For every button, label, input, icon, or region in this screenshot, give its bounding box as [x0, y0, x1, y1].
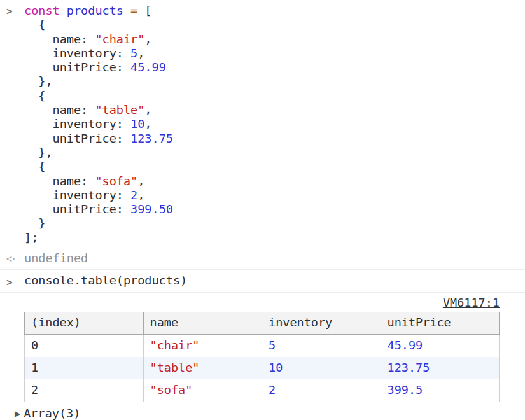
table-cell: 2	[25, 379, 144, 402]
code-token: inventory:	[24, 46, 130, 60]
table-header-cell[interactable]: (index)	[25, 312, 144, 334]
code-token: =	[130, 4, 137, 17]
return-value-arrow-icon: <·	[6, 252, 15, 266]
console-result-table: VM6117:1 (index)nameinventoryunitPrice 0…	[0, 292, 525, 420]
console-command-table: > console.table(products)	[0, 269, 525, 291]
code-token: products	[67, 4, 123, 17]
code-token: inventory:	[24, 117, 130, 130]
code-token: {	[24, 160, 45, 173]
code-line: unitPrice: 123.75	[24, 132, 500, 146]
code-token: 399.50	[130, 202, 173, 216]
table-header-cell[interactable]: unitPrice	[381, 312, 500, 334]
code-line: name: "table",	[24, 103, 500, 117]
console-table: (index)nameinventoryunitPrice 0"chair"54…	[24, 312, 500, 402]
code-token: 123.75	[130, 132, 173, 145]
code-line: {	[24, 18, 500, 32]
code-token: "chair"	[95, 32, 144, 46]
table-header-cell[interactable]: name	[143, 312, 262, 334]
array-expander[interactable]: ▶Array(3)	[15, 407, 500, 420]
code-token: console.table(products)	[24, 274, 187, 287]
code-token: ,	[137, 188, 144, 202]
code-token: "sofa"	[95, 174, 137, 188]
code-token: unitPrice:	[24, 60, 130, 74]
table-cell: 5	[262, 334, 381, 357]
code-token: ,	[144, 32, 151, 46]
table-cell: 1	[25, 357, 144, 379]
table-cell: "chair"	[143, 334, 262, 357]
console-command-products: > const products = [ { name: "chair", in…	[0, 0, 525, 248]
code-token: [	[137, 4, 151, 17]
disclosure-triangle-icon: ▶	[15, 407, 20, 420]
code-token: name:	[24, 32, 95, 46]
source-link-row: VM6117:1	[24, 296, 500, 310]
table-cell: 2	[262, 379, 381, 402]
table-cell: "sofa"	[143, 379, 262, 402]
code-token: 5	[130, 46, 137, 60]
prompt-chevron-icon: >	[6, 4, 12, 18]
command-code-products: const products = [ { name: "chair", inve…	[24, 4, 500, 245]
code-line: {	[24, 160, 500, 174]
table-cell: "table"	[143, 357, 262, 379]
code-line: }	[24, 216, 500, 230]
source-link[interactable]: VM6117:1	[443, 296, 500, 309]
table-body: 0"chair"545.991"table"10123.752"sofa"239…	[25, 334, 500, 402]
console-panel: > const products = [ { name: "chair", in…	[0, 0, 525, 420]
undefined-value: undefined	[24, 251, 500, 265]
code-token: name:	[24, 174, 95, 188]
code-token: },	[24, 74, 53, 88]
code-line: ];	[24, 231, 500, 245]
code-token: ,	[137, 174, 144, 188]
table-header-row: (index)nameinventoryunitPrice	[25, 312, 500, 334]
code-token: name:	[24, 103, 95, 116]
code-token: },	[24, 146, 53, 159]
table-header-cell[interactable]: inventory	[262, 312, 381, 334]
code-token: {	[24, 18, 45, 31]
code-token: const	[24, 4, 67, 17]
code-token: 45.99	[130, 60, 166, 74]
code-line: name: "chair",	[24, 32, 500, 46]
table-cell: 399.5	[381, 379, 500, 402]
code-token: ,	[144, 103, 151, 116]
code-line: inventory: 5,	[24, 46, 500, 60]
code-token: ,	[144, 117, 151, 130]
code-line: inventory: 2,	[24, 188, 500, 202]
code-token: ];	[24, 231, 38, 244]
code-token	[123, 4, 130, 17]
code-line: },	[24, 74, 500, 88]
code-line: inventory: 10,	[24, 117, 500, 131]
code-line: {	[24, 89, 500, 103]
code-token: unitPrice:	[24, 202, 130, 216]
code-token: ,	[137, 46, 144, 60]
code-line: unitPrice: 45.99	[24, 60, 500, 74]
table-cell: 123.75	[381, 357, 500, 379]
code-token: {	[24, 89, 45, 102]
code-line: },	[24, 146, 500, 160]
code-token: 10	[130, 117, 144, 130]
table-cell: 45.99	[381, 334, 500, 357]
table-row: 1"table"10123.75	[25, 357, 500, 379]
code-token: }	[24, 216, 45, 230]
code-line: unitPrice: 399.50	[24, 202, 500, 216]
code-line: name: "sofa",	[24, 174, 500, 188]
table-cell: 10	[262, 357, 381, 379]
code-token: unitPrice:	[24, 132, 130, 145]
command-code-console-table: console.table(products)	[24, 274, 500, 288]
array-preview-label: Array(3)	[24, 407, 80, 420]
table-row: 0"chair"545.99	[25, 334, 500, 357]
console-result-undefined: <· undefined	[0, 248, 525, 269]
code-token: 2	[130, 188, 137, 202]
table-cell: 0	[25, 334, 144, 357]
table-row: 2"sofa"2399.5	[25, 379, 500, 402]
code-line: console.table(products)	[24, 274, 500, 288]
code-token: "table"	[95, 103, 144, 116]
prompt-chevron-icon: >	[6, 276, 12, 290]
code-line: const products = [	[24, 4, 500, 18]
code-token: inventory:	[24, 188, 130, 202]
